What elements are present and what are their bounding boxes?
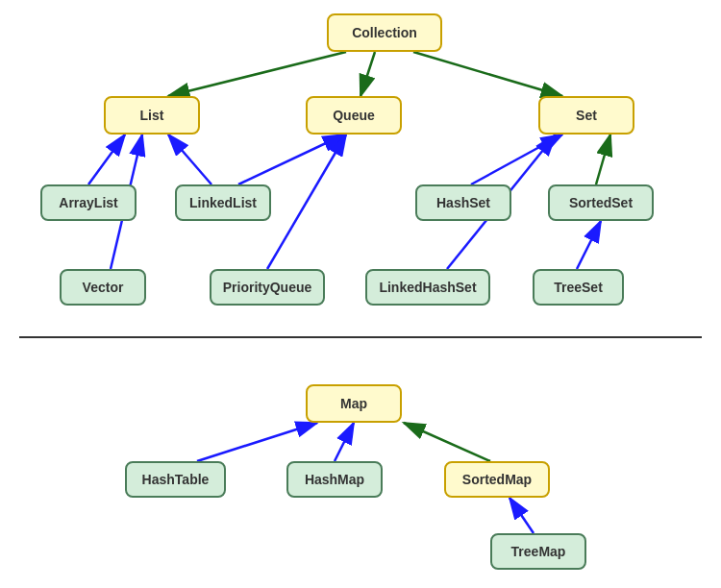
node-sortedmap: SortedMap <box>444 461 550 498</box>
svg-line-15 <box>335 423 354 461</box>
node-linkedhashset: LinkedHashSet <box>365 269 490 306</box>
node-set: Set <box>538 96 634 135</box>
node-priorityqueue: PriorityQueue <box>210 269 325 306</box>
svg-line-6 <box>88 135 125 184</box>
diagram: Collection List Queue Set ArrayList Link… <box>0 0 721 588</box>
svg-line-14 <box>577 221 601 269</box>
section-divider <box>19 336 702 338</box>
svg-line-18 <box>510 498 534 533</box>
node-sortedset: SortedSet <box>548 184 654 221</box>
node-treemap: TreeMap <box>490 533 586 570</box>
node-treeset: TreeSet <box>533 269 624 306</box>
svg-line-10 <box>238 135 344 184</box>
node-hashmap: HashMap <box>286 461 383 498</box>
svg-line-11 <box>471 135 562 184</box>
node-list: List <box>104 96 200 135</box>
svg-line-7 <box>168 135 211 184</box>
node-hashtable: HashTable <box>125 461 226 498</box>
node-vector: Vector <box>60 269 146 306</box>
svg-line-12 <box>596 135 610 184</box>
node-map: Map <box>306 384 402 423</box>
svg-line-3 <box>168 52 346 96</box>
svg-line-9 <box>267 135 346 269</box>
svg-line-5 <box>413 52 562 96</box>
svg-line-16 <box>404 423 490 461</box>
node-collection: Collection <box>327 13 442 52</box>
node-arraylist: ArrayList <box>40 184 137 221</box>
node-linkedlist: LinkedList <box>175 184 271 221</box>
svg-line-17 <box>197 423 317 461</box>
node-queue: Queue <box>306 96 402 135</box>
node-hashset: HashSet <box>415 184 511 221</box>
svg-line-4 <box>360 52 375 96</box>
